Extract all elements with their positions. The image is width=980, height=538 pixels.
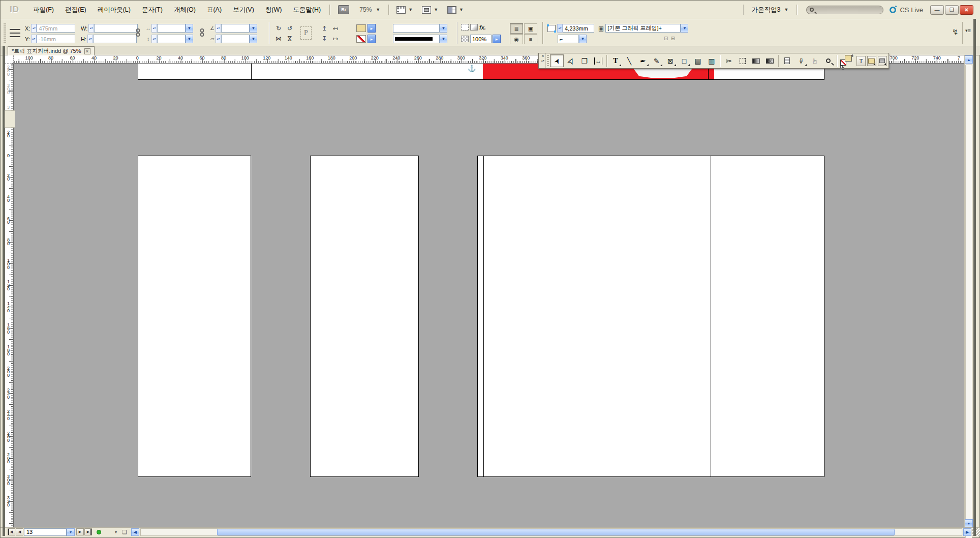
scroll-up-button[interactable]: ▴	[965, 55, 973, 64]
w-field[interactable]	[94, 24, 138, 33]
wrap-object-shape-button[interactable]: ◉	[510, 34, 523, 44]
free-transform-tool[interactable]	[736, 54, 749, 67]
clear-overrides-icon[interactable]: ⊞	[670, 36, 675, 41]
pen-tool[interactable]: ✒	[636, 54, 650, 67]
tools-panel-tab[interactable]: × ▴▾	[540, 53, 546, 68]
horizontal-grid-tool[interactable]: ▤	[691, 54, 705, 67]
page-tool[interactable]: ❐	[577, 54, 591, 67]
panel-menu-icon[interactable]: ≡	[968, 27, 971, 34]
menu-item[interactable]: 파일(F)	[27, 4, 59, 16]
stroke-color-swatch[interactable]	[356, 35, 366, 43]
eyedropper-tool[interactable]: ✑	[794, 54, 808, 67]
horizontal-scroll-thumb[interactable]	[217, 529, 894, 535]
vertical-scroll-thumb[interactable]	[965, 65, 972, 538]
reference-point-proxy[interactable]	[10, 27, 20, 38]
scale-x-field[interactable]	[157, 24, 186, 33]
zoom-level-combo[interactable]: 75% ▼	[354, 6, 385, 13]
stroke-apply-button[interactable]: ▸	[368, 35, 376, 43]
gradient-swatch-tool[interactable]	[749, 54, 763, 67]
scroll-right-button[interactable]: ▶	[963, 528, 971, 536]
drop-shadow-effect-icon[interactable]	[470, 24, 478, 31]
rectangle-tool[interactable]: □	[677, 54, 691, 67]
collapsed-panel-tab[interactable]	[5, 110, 15, 128]
menu-item[interactable]: 표(A)	[201, 4, 227, 16]
restore-button[interactable]: ❐	[945, 5, 959, 15]
selection-tool[interactable]: ➤	[550, 54, 564, 67]
flip-horizontal-button[interactable]: ⋈	[273, 34, 284, 44]
flip-vertical-button[interactable]: ⋈	[285, 33, 295, 44]
scale-y-spinner[interactable]: ▴▾	[151, 35, 157, 43]
rotate-ccw-button[interactable]: ↺	[284, 23, 295, 34]
note-tool[interactable]	[780, 54, 794, 67]
zoom-tool[interactable]	[821, 54, 835, 67]
object-style-field[interactable]: [기본 그래픽 프레임]+	[605, 24, 681, 33]
document-tab[interactable]: *트럭 표지커버.indd @ 75% ×	[8, 46, 95, 55]
screen-mode-button[interactable]	[878, 56, 887, 66]
corner-shape-field[interactable]: ⌐	[558, 35, 579, 43]
line-tool[interactable]: ╲	[622, 54, 636, 67]
minimize-button[interactable]: —	[930, 5, 944, 15]
hand-tool[interactable]: ☞	[808, 54, 821, 67]
stroke-weight-dropdown[interactable]: ▼	[440, 24, 447, 33]
gap-tool[interactable]: ↔	[591, 54, 605, 67]
wrap-none-button[interactable]: ≣	[510, 23, 523, 34]
scroll-left-button[interactable]: ◀	[131, 528, 139, 536]
next-page-button[interactable]: ▶	[76, 528, 84, 535]
page-number-field[interactable]: 13	[24, 528, 67, 536]
apply-color-button[interactable]	[867, 56, 876, 66]
wrap-bounding-box-button[interactable]: ▣	[524, 23, 537, 34]
opacity-apply-button[interactable]: ▸	[493, 35, 501, 43]
scale-x-spinner[interactable]: ▴▾	[151, 24, 157, 33]
rotation-angle-field[interactable]	[221, 24, 250, 33]
shear-spinner[interactable]: ▴▾	[216, 35, 221, 43]
menu-item[interactable]: 도움말(H)	[287, 4, 326, 16]
default-fill-icon[interactable]	[840, 66, 843, 68]
rotate-cw-button[interactable]: ↻	[273, 23, 284, 34]
previous-page-button[interactable]: ◀	[16, 528, 23, 535]
constrain-dimensions-icon[interactable]	[136, 28, 140, 38]
search-input[interactable]	[806, 6, 883, 14]
type-tool[interactable]: T	[608, 54, 622, 67]
collapse-arrows-icon[interactable]: ▴▾	[541, 59, 544, 62]
arrange-documents-dropdown[interactable]: ▼	[447, 6, 464, 14]
x-spinner[interactable]: ▴▾	[31, 24, 37, 33]
page-frame-middle[interactable]	[310, 156, 419, 477]
cs-live[interactable]: CS Live	[890, 6, 923, 14]
horizontal-scrollbar[interactable]	[140, 528, 962, 536]
select-content-button[interactable]: ↧	[319, 34, 330, 44]
select-previous-object-button[interactable]: ↤	[330, 23, 341, 34]
menu-item[interactable]: 창(W)	[260, 4, 288, 16]
close-icon[interactable]: ×	[541, 53, 544, 58]
y-field[interactable]: -16mm	[37, 35, 75, 43]
stroke-type-field[interactable]	[393, 35, 440, 43]
scale-y-field[interactable]	[157, 35, 186, 43]
panel-grip[interactable]	[4, 23, 6, 43]
fx-effects-button[interactable]: fx.	[479, 24, 486, 31]
menu-item[interactable]: 레이아웃(L)	[92, 4, 136, 16]
last-page-button[interactable]: ▶	[84, 528, 92, 535]
scroll-down-button[interactable]: ▾	[965, 519, 973, 527]
menu-item[interactable]: 개체(O)	[168, 4, 201, 16]
scale-x-dropdown[interactable]: ▼	[186, 24, 193, 33]
select-container-button[interactable]: ↥	[319, 23, 330, 34]
menu-item[interactable]: 문자(T)	[136, 4, 168, 16]
page-dropdown-button[interactable]: ▾	[67, 528, 75, 536]
tab-close-icon[interactable]: ×	[84, 48, 90, 54]
shear-dropdown[interactable]: ▼	[250, 35, 257, 43]
screen-mode-dropdown[interactable]: ▼	[422, 6, 438, 14]
view-options-dropdown[interactable]: ▼	[396, 6, 413, 14]
scale-y-dropdown[interactable]: ▼	[186, 35, 193, 43]
preflight-menu-arrow-icon[interactable]: ▾	[115, 530, 117, 534]
wrap-jump-button[interactable]: ≡	[524, 34, 537, 44]
direct-selection-tool[interactable]: ➤	[564, 54, 577, 67]
scissors-tool[interactable]: ✂	[722, 54, 736, 67]
constrain-scale-icon[interactable]	[200, 28, 204, 38]
pencil-tool[interactable]: ✎	[650, 54, 663, 67]
transparency-effect-icon[interactable]	[461, 24, 469, 31]
vertical-grid-tool[interactable]: ▥	[705, 54, 718, 67]
formatting-affects-text-button[interactable]: T	[856, 56, 866, 66]
quick-apply-button[interactable]: ↯	[952, 27, 959, 37]
fill-apply-button[interactable]: ▸	[368, 24, 376, 33]
rotation-spinner[interactable]: ▴▾	[216, 24, 221, 33]
bridge-button[interactable]: Br	[338, 5, 349, 14]
